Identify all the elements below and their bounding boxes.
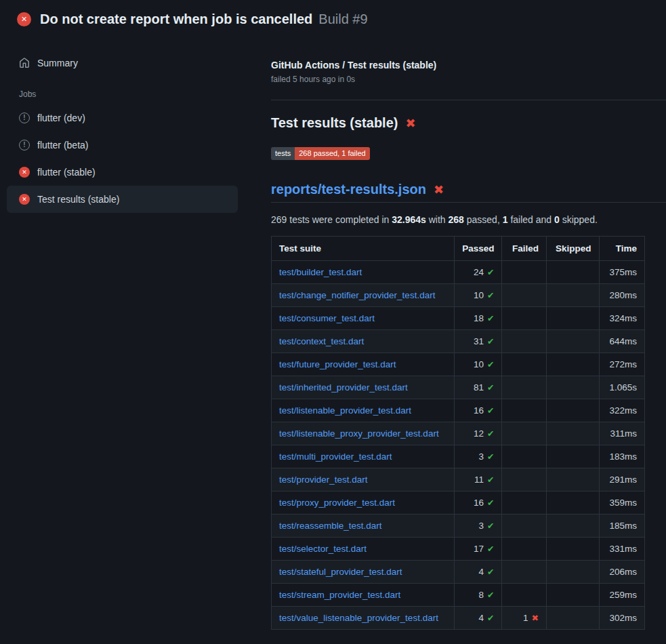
- sidebar-item-label: flutter (stable): [37, 167, 96, 178]
- test-suite-link[interactable]: test/stream_provider_test.dart: [279, 590, 400, 600]
- test-suite-link[interactable]: test/future_provider_test.dart: [279, 359, 396, 369]
- time-cell: 331ms: [599, 538, 644, 561]
- check-icon: ✔: [487, 337, 494, 346]
- passed-cell: 12✔: [455, 422, 502, 445]
- summary-part: skipped.: [560, 214, 598, 225]
- table-row: test/future_provider_test.dart10✔272ms: [272, 353, 645, 376]
- sidebar: Summary Jobs ! flutter (dev) ! flutter (…: [0, 50, 245, 213]
- test-suite-link[interactable]: test/builder_test.dart: [279, 267, 362, 277]
- col-passed: Passed: [455, 237, 502, 261]
- test-suite-link[interactable]: test/value_listenable_provider_test.dart: [279, 613, 438, 623]
- sidebar-item-flutter-dev[interactable]: ! flutter (dev): [7, 104, 238, 132]
- time-cell-value: 185ms: [609, 521, 637, 531]
- check-icon: ✔: [487, 268, 494, 277]
- suite-cell: test/value_listenable_provider_test.dart: [272, 607, 455, 630]
- time-cell: 359ms: [599, 491, 644, 515]
- failed-status-icon: ✕: [17, 12, 31, 26]
- test-suite-link[interactable]: test/listenable_proxy_provider_test.dart: [279, 428, 439, 439]
- table-row: test/multi_provider_test.dart3✔183ms: [272, 445, 645, 468]
- time-cell-value: 644ms: [609, 336, 637, 346]
- check-icon: ✔: [487, 429, 494, 439]
- table-row: test/consumer_test.dart18✔324ms: [272, 307, 645, 330]
- page-title: Do not create report when job is cancell…: [40, 12, 368, 27]
- failed-cell: [502, 538, 546, 561]
- table-row: test/listenable_provider_test.dart16✔322…: [272, 399, 645, 422]
- build-header: ✕ Do not create report when job is cance…: [0, 0, 666, 35]
- test-suite-link[interactable]: test/listenable_provider_test.dart: [279, 405, 411, 416]
- test-suite-link[interactable]: test/inherited_provider_test.dart: [279, 382, 408, 393]
- skipped-cell: [546, 607, 599, 630]
- passed-cell-value: 16: [474, 498, 484, 508]
- suite-cell: test/stateful_provider_test.dart: [272, 561, 455, 584]
- test-suite-link[interactable]: test/consumer_test.dart: [279, 313, 375, 323]
- time-cell-value: 291ms: [609, 475, 637, 485]
- passed-cell: 16✔: [455, 399, 502, 422]
- time-cell: 259ms: [599, 584, 644, 607]
- passed-cell: 17✔: [455, 538, 502, 561]
- col-skipped: Skipped: [546, 237, 599, 261]
- table-row: test/provider_test.dart11✔291ms: [272, 468, 645, 491]
- sidebar-item-flutter-stable[interactable]: ✕ flutter (stable): [7, 159, 238, 186]
- suite-cell: test/stream_provider_test.dart: [272, 584, 455, 607]
- section-heading-text: Test results (stable): [271, 115, 398, 131]
- test-suite-link[interactable]: test/reassemble_test.dart: [279, 521, 382, 531]
- time-cell: 183ms: [599, 445, 644, 468]
- table-row: test/value_listenable_provider_test.dart…: [272, 607, 645, 630]
- failed-status-icon: ✕: [19, 194, 30, 205]
- check-icon: ✔: [487, 590, 494, 600]
- time-cell-value: 375ms: [609, 267, 637, 277]
- passed-cell: 31✔: [455, 330, 502, 353]
- suite-cell: test/inherited_provider_test.dart: [272, 376, 455, 399]
- test-suite-link[interactable]: test/provider_test.dart: [279, 475, 368, 485]
- run-status-line: failed 5 hours ago in 0s: [271, 75, 666, 84]
- cross-icon: ✖: [531, 613, 538, 623]
- time-cell-value: 322ms: [609, 405, 637, 416]
- sidebar-item-label: Test results (stable): [37, 194, 119, 205]
- failed-cell: [502, 330, 546, 353]
- sidebar-item-flutter-beta[interactable]: ! flutter (beta): [7, 132, 238, 159]
- test-suite-link[interactable]: test/selector_test.dart: [279, 544, 367, 554]
- summary-skipped-count: 0: [554, 214, 560, 225]
- test-suite-link[interactable]: test/proxy_provider_test.dart: [279, 498, 395, 508]
- sidebar-item-test-results-stable[interactable]: ✕ Test results (stable): [7, 186, 238, 213]
- failed-cell: 1✖: [502, 607, 546, 630]
- failed-cell: [502, 422, 546, 445]
- test-suite-link[interactable]: test/multi_provider_test.dart: [279, 451, 392, 462]
- check-icon: ✔: [487, 567, 494, 577]
- skipped-cell: [546, 330, 599, 353]
- skipped-cell: [546, 284, 599, 307]
- summary-failed-count: 1: [503, 214, 508, 225]
- table-row: test/builder_test.dart24✔375ms: [272, 261, 645, 284]
- summary-passed-count: 268: [449, 214, 464, 225]
- passed-cell-value: 3: [478, 521, 484, 531]
- check-icon: ✔: [487, 383, 494, 393]
- table-row: test/inherited_provider_test.dart81✔1.06…: [272, 376, 645, 399]
- summary-part: passed,: [464, 214, 503, 225]
- suite-cell: test/change_notifier_provider_test.dart: [272, 284, 455, 307]
- test-suite-link[interactable]: test/context_test.dart: [279, 336, 364, 346]
- time-cell: 185ms: [599, 515, 644, 538]
- passed-cell: 3✔: [455, 445, 502, 468]
- test-suite-link[interactable]: test/change_notifier_provider_test.dart: [279, 290, 435, 300]
- suite-cell: test/reassemble_test.dart: [272, 515, 455, 538]
- report-link[interactable]: reports/test-results.json: [271, 182, 426, 197]
- time-cell: 302ms: [599, 607, 644, 630]
- passed-cell: 18✔: [455, 307, 502, 330]
- check-icon: ✔: [487, 406, 494, 416]
- sidebar-item-summary[interactable]: Summary: [7, 50, 238, 76]
- neutral-status-icon: !: [19, 140, 30, 150]
- table-row: test/reassemble_test.dart3✔185ms: [272, 515, 645, 538]
- passed-cell: 10✔: [455, 284, 502, 307]
- test-suite-link[interactable]: test/stateful_provider_test.dart: [279, 567, 402, 577]
- passed-cell: 4✔: [455, 607, 502, 630]
- results-table: Test suite Passed Failed Skipped Time te…: [271, 236, 645, 630]
- passed-cell: 8✔: [455, 584, 502, 607]
- summary-part: 269 tests were completed in: [271, 214, 392, 225]
- skipped-cell: [546, 538, 599, 561]
- passed-cell-value: 18: [474, 313, 484, 323]
- skipped-cell: [546, 261, 599, 284]
- check-icon: ✔: [487, 452, 494, 462]
- time-cell-value: 280ms: [609, 290, 637, 300]
- time-cell-value: 331ms: [609, 544, 637, 554]
- col-test-suite: Test suite: [272, 237, 455, 261]
